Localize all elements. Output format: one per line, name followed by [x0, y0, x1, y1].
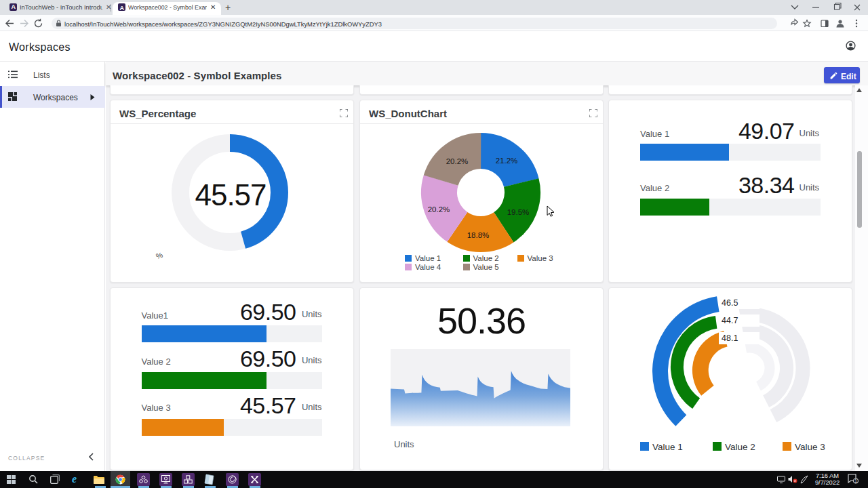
- svg-text:1: 1: [854, 479, 857, 483]
